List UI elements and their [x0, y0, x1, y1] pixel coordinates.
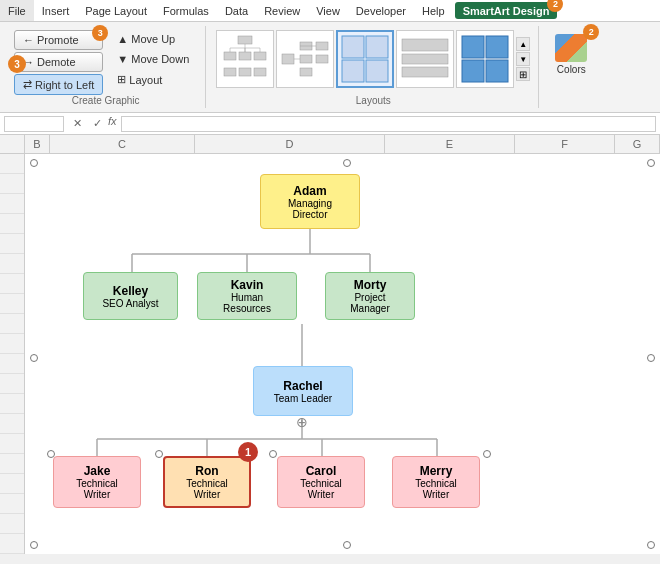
node-kavin[interactable]: Kavin HumanResources: [197, 272, 297, 320]
promote-demote-group: ← Promote 3 → Demote ⇄ Right to Left: [14, 26, 103, 95]
layout-thumb-1[interactable]: [216, 30, 274, 88]
layout-scroll-down[interactable]: ▼: [516, 52, 530, 66]
svg-rect-29: [486, 36, 508, 58]
cancel-formula-button[interactable]: ✕: [68, 115, 86, 133]
sel-handle-2[interactable]: [155, 450, 163, 458]
col-header-b[interactable]: B: [25, 135, 50, 153]
layout-scroll: ▲ ▼ ⊞: [516, 37, 530, 81]
sel-handle-4[interactable]: [483, 450, 491, 458]
move-down-icon: ▼: [117, 53, 128, 65]
svg-rect-3: [254, 52, 266, 60]
main-area: Adam ManagingDirector Kelley SEO Analyst…: [0, 154, 660, 554]
node-jake[interactable]: Jake TechnicalWriter: [53, 456, 141, 508]
row-3: [0, 194, 24, 214]
demote-button[interactable]: → Demote: [14, 52, 103, 72]
node-morty[interactable]: Morty ProjectManager: [325, 272, 415, 320]
menu-developer[interactable]: Developer: [348, 0, 414, 21]
change-colors-label: Colors: [557, 64, 586, 75]
formula-input[interactable]: [121, 116, 656, 132]
sel-handle-3[interactable]: [269, 450, 277, 458]
menu-formulas[interactable]: Formulas: [155, 0, 217, 21]
menu-data[interactable]: Data: [217, 0, 256, 21]
svg-rect-12: [282, 54, 294, 64]
node-kelley-title: SEO Analyst: [102, 298, 158, 309]
node-rachel[interactable]: Rachel Team Leader: [253, 366, 353, 416]
node-merry-title: TechnicalWriter: [415, 478, 457, 500]
fx-label: fx: [108, 115, 117, 133]
promote-button[interactable]: ← Promote 3: [14, 30, 103, 50]
col-header-f[interactable]: F: [515, 135, 615, 153]
smartart-canvas[interactable]: Adam ManagingDirector Kelley SEO Analyst…: [25, 154, 660, 554]
name-box[interactable]: [4, 116, 64, 132]
col-header-e[interactable]: E: [385, 135, 515, 153]
row-17: [0, 474, 24, 494]
col-header-c[interactable]: C: [50, 135, 195, 153]
ribbon-content: ← Promote 3 → Demote ⇄ Right to Left: [0, 22, 660, 112]
handle-tc[interactable]: [343, 159, 351, 167]
svg-rect-1: [224, 52, 236, 60]
rtl-icon: ⇄: [23, 78, 32, 91]
node-morty-title: ProjectManager: [350, 292, 389, 314]
rtl-button[interactable]: ⇄ Right to Left: [14, 74, 103, 95]
col-header-d[interactable]: D: [195, 135, 385, 153]
svg-rect-20: [316, 55, 328, 63]
layout-button[interactable]: ⊞ Layout: [109, 70, 197, 89]
node-ron-title: TechnicalWriter: [186, 478, 228, 500]
menu-page-layout[interactable]: Page Layout: [77, 0, 155, 21]
layout-scroll-more[interactable]: ⊞: [516, 67, 530, 81]
handle-bl[interactable]: [30, 541, 38, 549]
row-headers: [0, 154, 25, 554]
node-kelley[interactable]: Kelley SEO Analyst: [83, 272, 178, 320]
node-carol-title: TechnicalWriter: [300, 478, 342, 500]
svg-rect-24: [366, 60, 388, 82]
resize-indicator: ⊕: [296, 414, 308, 430]
create-graphic-group: ← Promote 3 → Demote ⇄ Right to Left: [6, 26, 206, 108]
layouts-label: Layouts: [208, 95, 538, 106]
layout-thumb-3[interactable]: [336, 30, 394, 88]
handle-ml[interactable]: [30, 354, 38, 362]
row-9: [0, 314, 24, 334]
move-up-button[interactable]: ▲ Move Up: [109, 30, 197, 48]
svg-rect-27: [402, 67, 448, 77]
node-carol[interactable]: Carol TechnicalWriter: [277, 456, 365, 508]
menu-file[interactable]: File: [0, 0, 34, 21]
node-jake-title: TechnicalWriter: [76, 478, 118, 500]
row-6: [0, 254, 24, 274]
handle-tr[interactable]: [647, 159, 655, 167]
menu-smartart-design[interactable]: SmartArt Design 2: [455, 2, 558, 19]
row-19: [0, 514, 24, 534]
handle-mr[interactable]: [647, 354, 655, 362]
layout-svg-5: [460, 34, 510, 84]
layout-thumb-4[interactable]: [396, 30, 454, 88]
row-11: [0, 354, 24, 374]
layout-scroll-up[interactable]: ▲: [516, 37, 530, 51]
layout-thumbnails: ▲ ▼ ⊞: [216, 26, 530, 88]
row-14: [0, 414, 24, 434]
menu-insert[interactable]: Insert: [34, 0, 78, 21]
row-10: [0, 334, 24, 354]
layout-thumb-2[interactable]: [276, 30, 334, 88]
col-header-g[interactable]: G: [615, 135, 660, 153]
row-20: [0, 534, 24, 554]
node-adam-name: Adam: [293, 184, 326, 198]
confirm-formula-button[interactable]: ✓: [88, 115, 106, 133]
svg-rect-23: [342, 60, 364, 82]
menu-review[interactable]: Review: [256, 0, 308, 21]
node-adam[interactable]: Adam ManagingDirector: [260, 174, 360, 229]
row-12: [0, 374, 24, 394]
node-kavin-title: HumanResources: [223, 292, 271, 314]
handle-tl[interactable]: [30, 159, 38, 167]
menu-help[interactable]: Help: [414, 0, 453, 21]
move-up-label: Move Up: [131, 33, 175, 45]
handle-bc[interactable]: [343, 541, 351, 549]
handle-br[interactable]: [647, 541, 655, 549]
menu-view[interactable]: View: [308, 0, 348, 21]
svg-rect-28: [462, 36, 484, 58]
rtl-label: Right to Left: [35, 79, 94, 91]
node-merry[interactable]: Merry TechnicalWriter: [392, 456, 480, 508]
node-ron[interactable]: Ron TechnicalWriter: [163, 456, 251, 508]
move-down-button[interactable]: ▼ Move Down: [109, 50, 197, 68]
sel-handle-1[interactable]: [47, 450, 55, 458]
change-colors-button[interactable]: Colors 2: [549, 30, 593, 79]
layout-thumb-5[interactable]: [456, 30, 514, 88]
